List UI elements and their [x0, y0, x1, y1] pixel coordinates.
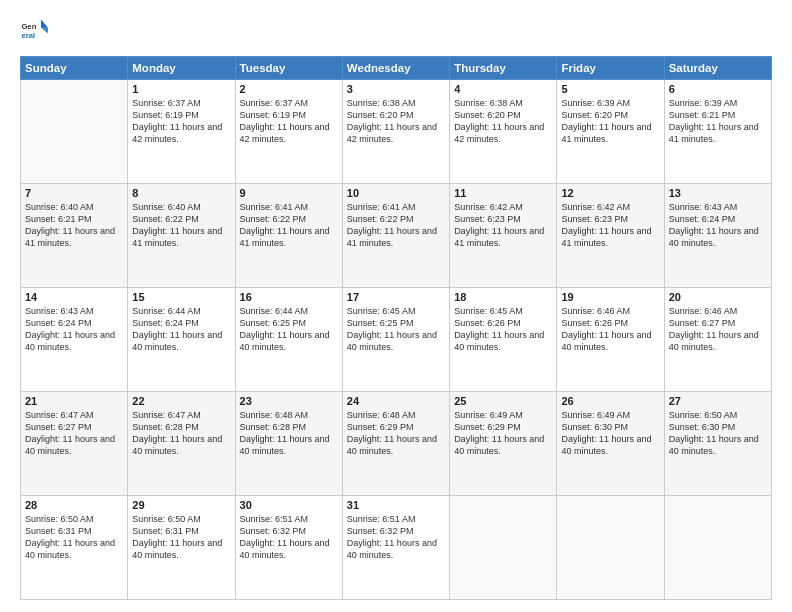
calendar-cell: 10Sunrise: 6:41 AMSunset: 6:22 PMDayligh…: [342, 184, 449, 288]
page: Gen eral SundayMondayTuesdayWednesdayThu…: [0, 0, 792, 612]
day-info: Sunrise: 6:43 AMSunset: 6:24 PMDaylight:…: [669, 201, 767, 250]
calendar-cell: [450, 496, 557, 600]
calendar-cell: [664, 496, 771, 600]
calendar-week-row: 28Sunrise: 6:50 AMSunset: 6:31 PMDayligh…: [21, 496, 772, 600]
weekday-header: Thursday: [450, 57, 557, 80]
calendar-cell: 2Sunrise: 6:37 AMSunset: 6:19 PMDaylight…: [235, 80, 342, 184]
weekday-header: Saturday: [664, 57, 771, 80]
calendar-cell: 17Sunrise: 6:45 AMSunset: 6:25 PMDayligh…: [342, 288, 449, 392]
calendar-cell: 1Sunrise: 6:37 AMSunset: 6:19 PMDaylight…: [128, 80, 235, 184]
day-number: 22: [132, 395, 230, 407]
day-info: Sunrise: 6:40 AMSunset: 6:21 PMDaylight:…: [25, 201, 123, 250]
day-info: Sunrise: 6:38 AMSunset: 6:20 PMDaylight:…: [347, 97, 445, 146]
svg-text:eral: eral: [21, 31, 35, 40]
day-info: Sunrise: 6:43 AMSunset: 6:24 PMDaylight:…: [25, 305, 123, 354]
day-number: 1: [132, 83, 230, 95]
day-number: 12: [561, 187, 659, 199]
day-number: 25: [454, 395, 552, 407]
calendar-cell: 25Sunrise: 6:49 AMSunset: 6:29 PMDayligh…: [450, 392, 557, 496]
day-number: 14: [25, 291, 123, 303]
calendar-cell: 27Sunrise: 6:50 AMSunset: 6:30 PMDayligh…: [664, 392, 771, 496]
calendar-cell: 23Sunrise: 6:48 AMSunset: 6:28 PMDayligh…: [235, 392, 342, 496]
day-number: 10: [347, 187, 445, 199]
day-info: Sunrise: 6:39 AMSunset: 6:21 PMDaylight:…: [669, 97, 767, 146]
weekday-header: Sunday: [21, 57, 128, 80]
logo: Gen eral: [20, 18, 52, 46]
calendar-week-row: 1Sunrise: 6:37 AMSunset: 6:19 PMDaylight…: [21, 80, 772, 184]
day-number: 23: [240, 395, 338, 407]
header: Gen eral: [20, 18, 772, 46]
calendar-cell: 31Sunrise: 6:51 AMSunset: 6:32 PMDayligh…: [342, 496, 449, 600]
calendar-cell: 13Sunrise: 6:43 AMSunset: 6:24 PMDayligh…: [664, 184, 771, 288]
calendar-cell: 16Sunrise: 6:44 AMSunset: 6:25 PMDayligh…: [235, 288, 342, 392]
day-number: 11: [454, 187, 552, 199]
calendar-cell: 14Sunrise: 6:43 AMSunset: 6:24 PMDayligh…: [21, 288, 128, 392]
svg-marker-2: [41, 19, 48, 27]
day-number: 18: [454, 291, 552, 303]
day-info: Sunrise: 6:38 AMSunset: 6:20 PMDaylight:…: [454, 97, 552, 146]
calendar-week-row: 21Sunrise: 6:47 AMSunset: 6:27 PMDayligh…: [21, 392, 772, 496]
calendar-cell: 12Sunrise: 6:42 AMSunset: 6:23 PMDayligh…: [557, 184, 664, 288]
day-number: 29: [132, 499, 230, 511]
calendar-cell: 19Sunrise: 6:46 AMSunset: 6:26 PMDayligh…: [557, 288, 664, 392]
day-info: Sunrise: 6:49 AMSunset: 6:29 PMDaylight:…: [454, 409, 552, 458]
calendar-cell: 18Sunrise: 6:45 AMSunset: 6:26 PMDayligh…: [450, 288, 557, 392]
day-info: Sunrise: 6:45 AMSunset: 6:25 PMDaylight:…: [347, 305, 445, 354]
day-number: 5: [561, 83, 659, 95]
weekday-header: Wednesday: [342, 57, 449, 80]
calendar-cell: 9Sunrise: 6:41 AMSunset: 6:22 PMDaylight…: [235, 184, 342, 288]
calendar-cell: 4Sunrise: 6:38 AMSunset: 6:20 PMDaylight…: [450, 80, 557, 184]
day-number: 8: [132, 187, 230, 199]
day-info: Sunrise: 6:50 AMSunset: 6:31 PMDaylight:…: [132, 513, 230, 562]
day-number: 15: [132, 291, 230, 303]
weekday-header: Tuesday: [235, 57, 342, 80]
day-info: Sunrise: 6:42 AMSunset: 6:23 PMDaylight:…: [454, 201, 552, 250]
calendar-cell: [21, 80, 128, 184]
weekday-header: Friday: [557, 57, 664, 80]
day-number: 21: [25, 395, 123, 407]
day-number: 16: [240, 291, 338, 303]
day-number: 4: [454, 83, 552, 95]
day-number: 17: [347, 291, 445, 303]
day-number: 28: [25, 499, 123, 511]
day-info: Sunrise: 6:44 AMSunset: 6:25 PMDaylight:…: [240, 305, 338, 354]
day-info: Sunrise: 6:47 AMSunset: 6:28 PMDaylight:…: [132, 409, 230, 458]
calendar-cell: 7Sunrise: 6:40 AMSunset: 6:21 PMDaylight…: [21, 184, 128, 288]
day-number: 27: [669, 395, 767, 407]
calendar-cell: 11Sunrise: 6:42 AMSunset: 6:23 PMDayligh…: [450, 184, 557, 288]
day-number: 26: [561, 395, 659, 407]
day-info: Sunrise: 6:47 AMSunset: 6:27 PMDaylight:…: [25, 409, 123, 458]
day-number: 2: [240, 83, 338, 95]
day-info: Sunrise: 6:51 AMSunset: 6:32 PMDaylight:…: [240, 513, 338, 562]
day-number: 9: [240, 187, 338, 199]
day-number: 30: [240, 499, 338, 511]
calendar-cell: 22Sunrise: 6:47 AMSunset: 6:28 PMDayligh…: [128, 392, 235, 496]
day-info: Sunrise: 6:41 AMSunset: 6:22 PMDaylight:…: [240, 201, 338, 250]
day-number: 13: [669, 187, 767, 199]
calendar-header-row: SundayMondayTuesdayWednesdayThursdayFrid…: [21, 57, 772, 80]
calendar-cell: 26Sunrise: 6:49 AMSunset: 6:30 PMDayligh…: [557, 392, 664, 496]
day-info: Sunrise: 6:37 AMSunset: 6:19 PMDaylight:…: [132, 97, 230, 146]
calendar-cell: 28Sunrise: 6:50 AMSunset: 6:31 PMDayligh…: [21, 496, 128, 600]
day-number: 7: [25, 187, 123, 199]
day-info: Sunrise: 6:39 AMSunset: 6:20 PMDaylight:…: [561, 97, 659, 146]
day-number: 3: [347, 83, 445, 95]
calendar-cell: 20Sunrise: 6:46 AMSunset: 6:27 PMDayligh…: [664, 288, 771, 392]
svg-marker-3: [41, 28, 48, 34]
day-info: Sunrise: 6:51 AMSunset: 6:32 PMDaylight:…: [347, 513, 445, 562]
day-info: Sunrise: 6:48 AMSunset: 6:28 PMDaylight:…: [240, 409, 338, 458]
day-info: Sunrise: 6:49 AMSunset: 6:30 PMDaylight:…: [561, 409, 659, 458]
calendar-cell: 5Sunrise: 6:39 AMSunset: 6:20 PMDaylight…: [557, 80, 664, 184]
day-number: 24: [347, 395, 445, 407]
calendar-table: SundayMondayTuesdayWednesdayThursdayFrid…: [20, 56, 772, 600]
day-info: Sunrise: 6:42 AMSunset: 6:23 PMDaylight:…: [561, 201, 659, 250]
day-info: Sunrise: 6:41 AMSunset: 6:22 PMDaylight:…: [347, 201, 445, 250]
calendar-cell: 24Sunrise: 6:48 AMSunset: 6:29 PMDayligh…: [342, 392, 449, 496]
logo-icon: Gen eral: [20, 18, 48, 46]
day-number: 6: [669, 83, 767, 95]
calendar-cell: 8Sunrise: 6:40 AMSunset: 6:22 PMDaylight…: [128, 184, 235, 288]
calendar-cell: [557, 496, 664, 600]
day-number: 19: [561, 291, 659, 303]
day-info: Sunrise: 6:40 AMSunset: 6:22 PMDaylight:…: [132, 201, 230, 250]
weekday-header: Monday: [128, 57, 235, 80]
